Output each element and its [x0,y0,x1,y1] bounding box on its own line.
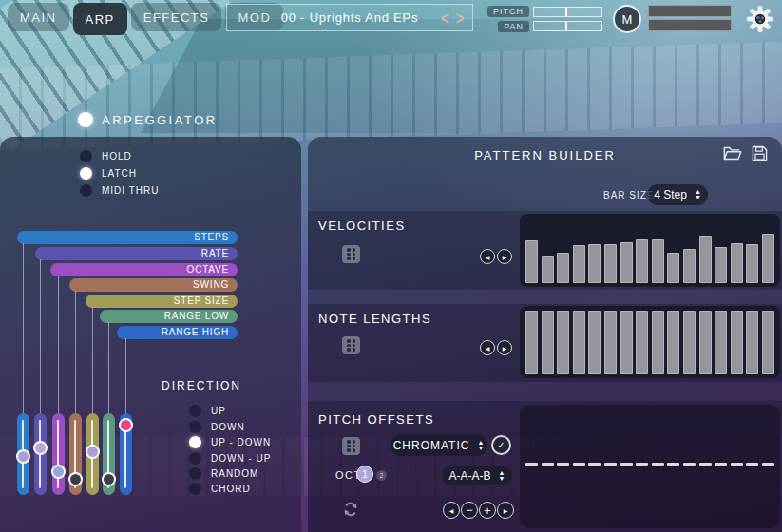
mode-radio-latch[interactable] [80,167,92,180]
velocity-bar-12[interactable] [699,236,712,283]
direction-up-down[interactable]: UP - DOWN [189,434,271,449]
reset-pitch-offsets-refresh-icon[interactable] [342,501,359,518]
pitch-offsets-decrement-icon[interactable]: − [461,502,478,519]
pitch-slider[interactable] [533,7,602,17]
direction-radio-chord[interactable] [189,483,201,495]
octave-option-2[interactable]: 2 [376,470,387,481]
direction-up[interactable]: UP [189,403,226,418]
direction-down-up[interactable]: DOWN - UP [189,450,271,466]
tab-main[interactable]: MAIN [8,3,69,31]
param-slider-steps[interactable] [17,413,29,495]
mode-radio-midi-thru[interactable] [80,184,92,197]
pitch-offset-step-2[interactable] [542,463,554,466]
apply-scale-check-icon[interactable]: ✓ [491,435,511,455]
param-slider-rate[interactable] [34,413,47,495]
pitch-offset-step-15[interactable] [746,463,758,466]
direction-radio-down-up[interactable] [189,452,201,465]
pattern-variation-stepper[interactable]: A-A-A-B ▲▼ [442,466,512,485]
note-length-bar-8[interactable] [636,311,648,374]
pitch-offsets-prev-icon[interactable]: ◀ [443,502,460,519]
velocity-bar-16[interactable] [762,234,774,283]
pitch-offset-step-8[interactable] [636,463,648,466]
velocity-bar-6[interactable] [604,244,617,283]
velocity-bar-5[interactable] [588,244,601,283]
param-slider-octave[interactable] [52,413,65,495]
preset-selector[interactable]: 00 - Uprights And EPs < > [226,4,473,31]
pitch-offset-step-5[interactable] [588,463,601,466]
stepper-arrows-icon[interactable]: ▲▼ [477,440,485,451]
mode-hold[interactable]: HOLD [80,147,159,164]
preset-prev-icon[interactable]: < [441,7,450,28]
tab-effects[interactable]: EFFECTS [131,3,222,31]
tab-arp[interactable]: ARP [73,3,127,35]
velocities-prev-icon[interactable]: ◀ [480,249,495,264]
save-pattern-icon[interactable] [752,145,769,162]
direction-down[interactable]: DOWN [189,419,245,434]
direction-radio-up[interactable] [189,405,201,417]
pitch-offset-step-13[interactable] [715,463,727,466]
note-length-bar-10[interactable] [667,311,679,374]
randomize-note-lengths-dice-icon[interactable] [342,336,360,354]
slider-knob-rate[interactable] [33,441,48,455]
note-length-bar-1[interactable] [525,311,538,374]
mode-midi-thru[interactable]: MIDI THRU [80,181,159,199]
param-slider-swing[interactable] [69,413,82,495]
slider-knob-swing[interactable] [68,472,83,486]
slider-knob-range-low[interactable] [102,472,116,486]
velocities-next-icon[interactable]: ▶ [497,249,512,264]
pan-slider[interactable] [533,21,602,31]
preset-next-icon[interactable]: > [455,7,465,28]
note-lengths-prev-icon[interactable]: ◀ [480,340,495,355]
bar-size-stepper[interactable]: 4 Step ▲▼ [647,184,708,205]
slider-knob-steps[interactable] [16,449,30,464]
note-length-bar-14[interactable] [731,311,743,374]
pitch-offset-step-4[interactable] [573,463,585,466]
note-lengths-next-icon[interactable]: ▶ [497,340,512,355]
direction-random[interactable]: RANDOM [189,466,258,481]
arpeggiator-toggle[interactable] [78,112,93,127]
pitch-offset-step-9[interactable] [652,463,664,466]
param-ribbon-range-low[interactable]: RANGE LOW [100,310,238,323]
direction-radio-random[interactable] [189,467,201,480]
note-length-bar-3[interactable] [557,311,569,374]
pitch-offset-step-11[interactable] [683,463,696,466]
pitch-offsets-increment-icon[interactable]: + [479,502,496,519]
randomize-pitch-offsets-dice-icon[interactable] [342,437,360,455]
direction-chord[interactable]: CHORD [189,481,251,496]
mute-button[interactable]: M [613,5,641,33]
pitch-offsets-next-icon[interactable]: ▶ [497,502,514,519]
param-ribbon-step-size[interactable]: STEP SIZE [86,294,238,308]
slider-knob-range-high[interactable] [119,418,133,432]
slider-knob-step-size[interactable] [86,445,100,459]
note-length-bar-13[interactable] [715,311,727,374]
load-pattern-folder-icon[interactable] [723,145,744,162]
randomize-velocities-dice-icon[interactable] [342,245,360,263]
velocity-bar-13[interactable] [715,247,727,283]
octave-option-1[interactable]: 1 [356,466,373,483]
note-length-bar-2[interactable] [542,311,554,374]
note-length-bar-12[interactable] [699,311,712,374]
settings-gear-icon[interactable] [747,6,773,32]
mode-latch[interactable]: LATCH [80,164,159,181]
param-ribbon-steps[interactable]: STEPS [17,231,238,244]
velocity-bar-3[interactable] [557,253,569,283]
velocity-bar-15[interactable] [746,244,758,283]
pitch-offset-step-6[interactable] [604,463,617,466]
note-length-bar-4[interactable] [573,311,585,374]
stepper-arrows-icon[interactable]: ▲▼ [695,189,701,200]
velocity-bar-11[interactable] [683,249,696,283]
param-slider-step-size[interactable] [86,413,99,495]
mode-radio-hold[interactable] [80,150,92,162]
note-length-bar-15[interactable] [746,311,758,374]
velocity-bar-10[interactable] [667,253,679,283]
param-ribbon-swing[interactable]: SWING [69,278,238,292]
param-ribbon-range-high[interactable]: RANGE HIGH [117,326,238,339]
note-length-bar-9[interactable] [652,311,664,374]
note-length-bar-7[interactable] [620,311,633,374]
pitch-offset-step-10[interactable] [667,463,679,466]
pitch-offset-step-16[interactable] [762,463,774,466]
velocity-bar-2[interactable] [542,256,554,283]
velocity-bar-9[interactable] [652,239,664,283]
scale-stepper[interactable]: CHROMATIC ▲▼ [391,434,487,456]
velocity-bar-14[interactable] [731,243,743,283]
